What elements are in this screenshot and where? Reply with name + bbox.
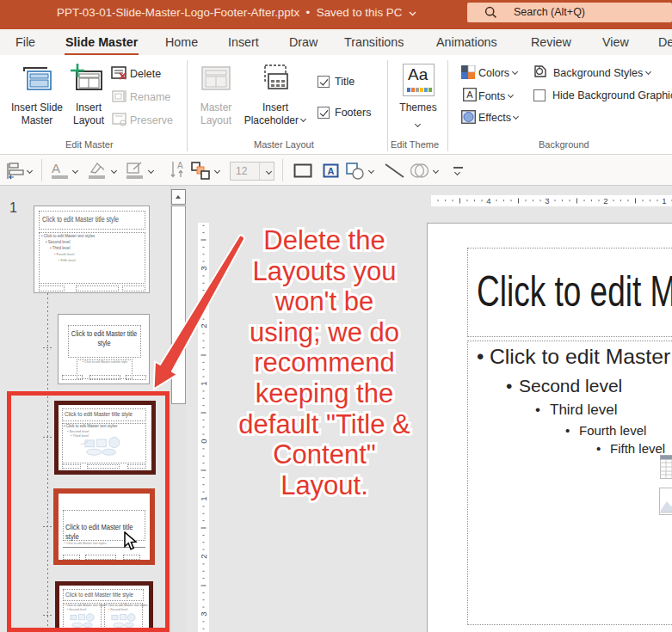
svg-text:0: 0 xyxy=(199,439,208,443)
svg-text:2: 2 xyxy=(199,323,208,328)
svg-text:4: 4 xyxy=(486,196,490,206)
svg-text:A: A xyxy=(466,89,473,100)
svg-text:3: 3 xyxy=(199,611,208,616)
svg-text:2: 2 xyxy=(603,196,607,206)
svg-text:2: 2 xyxy=(199,554,208,558)
svg-text:3: 3 xyxy=(545,196,549,206)
svg-text:3: 3 xyxy=(199,266,208,270)
svg-text:1: 1 xyxy=(199,496,208,500)
svg-text:A: A xyxy=(177,161,183,170)
svg-text:A: A xyxy=(328,166,335,176)
svg-text:1: 1 xyxy=(199,381,208,385)
svg-text:1: 1 xyxy=(662,196,666,206)
